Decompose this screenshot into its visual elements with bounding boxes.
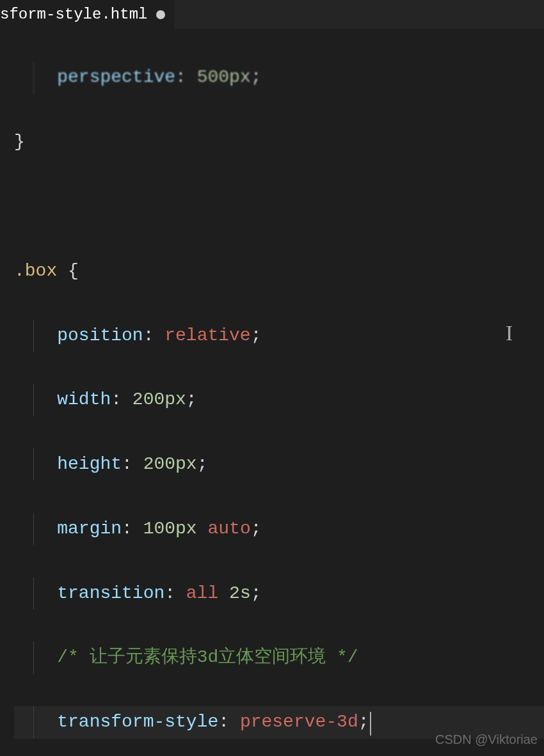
tab-bar: sform-style.html <box>0 0 544 29</box>
gutter <box>0 29 14 756</box>
css-property: transition <box>57 583 164 603</box>
css-value: 200px <box>143 454 197 474</box>
tab-item[interactable]: sform-style.html <box>0 0 174 29</box>
css-selector: .box <box>14 261 57 281</box>
css-value: 2s <box>229 583 251 603</box>
brace: } <box>14 132 25 152</box>
mouse-text-cursor-icon: I <box>506 313 513 352</box>
css-value: 200px <box>132 390 186 409</box>
css-property: perspective <box>57 67 175 87</box>
tab-title: sform-style.html <box>0 1 147 28</box>
modified-dot-icon <box>156 10 165 19</box>
css-value: 500px <box>197 67 251 87</box>
watermark: CSDN @Viktoriae <box>435 728 538 751</box>
css-value: all <box>186 583 218 603</box>
css-property: margin <box>57 519 122 539</box>
css-property: width <box>57 390 111 409</box>
text-cursor-icon <box>370 712 371 735</box>
css-value: auto <box>207 519 250 539</box>
css-comment: /* 让子元素保持3d立体空间环境 */ <box>57 647 358 667</box>
css-property: position <box>57 326 143 345</box>
css-property: height <box>57 454 122 474</box>
css-value: relative <box>164 326 250 345</box>
code-editor[interactable]: perspective: 500px; } .box { position: r… <box>0 29 544 756</box>
css-value: preserve-3d <box>240 712 358 732</box>
css-value: 100px <box>143 519 197 539</box>
css-property: transform-style <box>57 712 218 732</box>
